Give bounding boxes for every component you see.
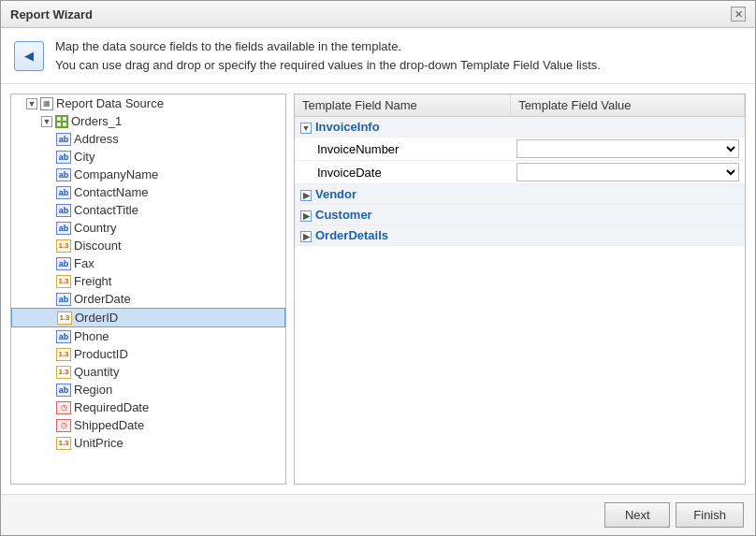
header-line2: You can use drag and drop or specify the… (55, 56, 601, 75)
group-invoiceinfo[interactable]: ▼InvoiceInfo (295, 117, 745, 138)
orders-expand-icon[interactable]: ▼ (41, 116, 52, 127)
group-expand-icon[interactable]: ▼ (300, 123, 312, 134)
group-expand-icon[interactable]: ▶ (300, 231, 312, 242)
close-button[interactable]: ✕ (731, 7, 746, 22)
mapping-row: InvoiceNumber (295, 138, 745, 161)
field-productid[interactable]: 1.3ProductID (11, 345, 285, 363)
type-icon: ab (56, 293, 71, 306)
field-country[interactable]: abCountry (11, 219, 285, 237)
field-quantity[interactable]: 1.3Quantity (11, 363, 285, 381)
dialog-title: Report Wizard (10, 7, 93, 22)
group-customer[interactable]: ▶Customer (295, 205, 745, 225)
left-panel: ▼ ▦ Report Data Source ▼ Orders_1 abAddr… (10, 94, 286, 485)
type-icon: ab (56, 204, 71, 217)
orders-label: Orders_1 (71, 114, 122, 128)
field-shippeddate[interactable]: ◷ShippedDate (11, 416, 285, 434)
field-contactname[interactable]: abContactName (11, 183, 285, 201)
field-label: Address (74, 132, 119, 146)
type-icon: 1.3 (56, 275, 71, 288)
wizard-footer: Next Finish (1, 494, 755, 535)
group-expand-icon[interactable]: ▶ (300, 190, 312, 201)
field-address[interactable]: abAddress (11, 130, 285, 148)
field-freight[interactable]: 1.3Freight (11, 272, 285, 290)
root-expand-icon[interactable]: ▼ (26, 98, 37, 109)
field-fax[interactable]: abFax (11, 254, 285, 272)
next-button[interactable]: Next (604, 502, 670, 528)
field-label: ContactName (74, 185, 148, 199)
field-value-dropdown[interactable] (516, 139, 739, 158)
field-list: abAddressabCityabCompanyNameabContactNam… (11, 130, 285, 452)
field-orderdate[interactable]: abOrderDate (11, 290, 285, 308)
field-contacttitle[interactable]: abContactTitle (11, 201, 285, 219)
field-label: CompanyName (74, 167, 158, 181)
type-icon: ab (56, 186, 71, 199)
type-icon: ab (56, 384, 71, 397)
type-icon: 1.3 (56, 437, 71, 450)
type-icon: 1.3 (57, 311, 72, 325)
back-button[interactable]: ◀ (14, 41, 44, 71)
field-mapping-table: Template Field Name Template Field Value… (295, 94, 745, 246)
type-icon: ab (56, 133, 71, 146)
field-label: OrderDate (74, 292, 131, 306)
field-label: ContactTitle (74, 203, 138, 217)
field-label: Freight (74, 274, 111, 288)
group-label: InvoiceInfo (315, 120, 380, 134)
field-label: Fax (74, 256, 94, 270)
field-label: Region (74, 383, 112, 397)
field-label: Phone (74, 329, 109, 343)
group-label: Customer (315, 208, 372, 222)
type-icon: ab (56, 330, 71, 343)
table-icon (55, 115, 68, 128)
group-label: OrderDetails (315, 228, 388, 242)
datasource-icon: ▦ (40, 97, 53, 110)
col-value-header: Template Field Value (511, 94, 745, 117)
title-bar: Report Wizard ✕ (1, 1, 755, 28)
field-value-cell (511, 138, 745, 161)
field-orderid[interactable]: 1.3OrderID (11, 308, 285, 327)
wizard-header: ◀ Map the data source fields to the fiel… (1, 28, 755, 84)
type-icon: 1.3 (56, 348, 71, 361)
field-region[interactable]: abRegion (11, 381, 285, 398)
field-value-dropdown[interactable] (516, 163, 739, 181)
wizard-content: ▼ ▦ Report Data Source ▼ Orders_1 abAddr… (1, 84, 755, 494)
type-icon: 1.3 (56, 366, 71, 379)
field-phone[interactable]: abPhone (11, 327, 285, 345)
field-label: Country (74, 221, 117, 235)
type-icon: ab (56, 151, 71, 164)
tree-root[interactable]: ▼ ▦ Report Data Source (11, 94, 285, 112)
type-icon: ab (56, 168, 71, 181)
col-name-header: Template Field Name (295, 94, 511, 117)
type-icon: 1.3 (56, 239, 71, 253)
group-orderdetails[interactable]: ▶OrderDetails (295, 225, 745, 246)
field-label: ProductID (74, 347, 128, 361)
group-label: Vendor (315, 187, 356, 201)
field-label: ShippedDate (74, 418, 144, 432)
field-label: Discount (74, 239, 122, 253)
report-wizard-dialog: Report Wizard ✕ ◀ Map the data source fi… (0, 0, 756, 536)
field-companyname[interactable]: abCompanyName (11, 166, 285, 183)
right-panel: Template Field Name Template Field Value… (294, 94, 746, 485)
header-description: Map the data source fields to the fields… (55, 37, 601, 74)
type-icon: ◷ (56, 419, 71, 432)
field-requireddate[interactable]: ◷RequiredDate (11, 398, 285, 416)
root-label: Report Data Source (56, 96, 164, 110)
group-vendor[interactable]: ▶Vendor (295, 184, 745, 205)
type-icon: ◷ (56, 401, 71, 414)
field-city[interactable]: abCity (11, 148, 285, 166)
tree-orders[interactable]: ▼ Orders_1 (11, 112, 285, 130)
field-unitprice[interactable]: 1.3UnitPrice (11, 434, 285, 452)
mapping-row: InvoiceDate (295, 161, 745, 184)
header-line1: Map the data source fields to the fields… (55, 37, 601, 56)
field-value-cell (511, 161, 745, 184)
field-discount[interactable]: 1.3Discount (11, 237, 285, 254)
field-label: City (74, 150, 94, 164)
field-label: UnitPrice (74, 436, 124, 450)
finish-button[interactable]: Finish (676, 502, 744, 528)
type-icon: ab (56, 257, 71, 270)
field-name-cell: InvoiceDate (295, 161, 511, 184)
field-name-cell: InvoiceNumber (295, 138, 511, 161)
type-icon: ab (56, 222, 71, 235)
group-expand-icon[interactable]: ▶ (300, 210, 312, 222)
back-icon: ◀ (24, 49, 34, 63)
field-label: OrderID (75, 311, 118, 325)
